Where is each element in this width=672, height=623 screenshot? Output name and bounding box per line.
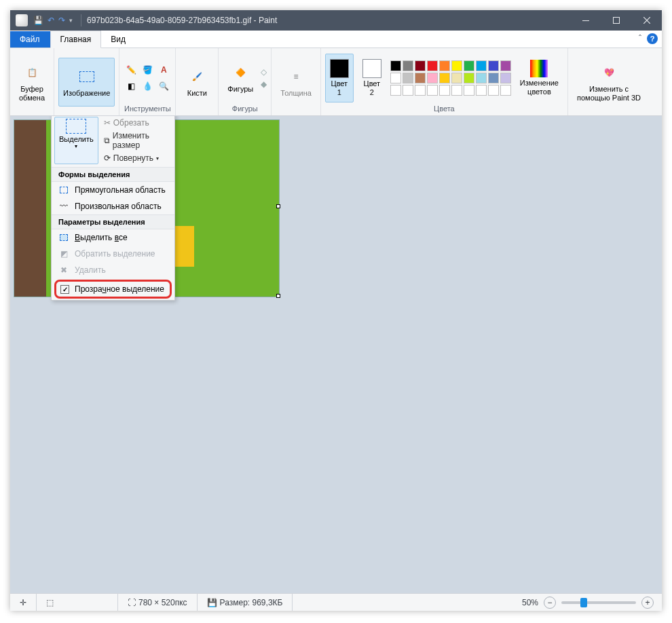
palette-swatch[interactable] [390,73,401,83]
palette-swatch[interactable] [451,60,462,71]
palette-swatch[interactable] [464,73,474,83]
item-select-all[interactable]: Выделить все [52,229,174,246]
rect-select-icon [58,185,69,195]
thickness-button[interactable]: ≡ Толщина [276,58,316,107]
resize-item[interactable]: ⧉Изменить размер [101,130,172,151]
palette-swatch[interactable] [464,60,474,71]
quick-access-toolbar: 💾 ↶ ↷ ▾ [33,16,73,25]
minimize-button[interactable] [570,10,601,31]
crosshair-icon: ✛ [20,598,26,607]
palette-swatch[interactable] [390,85,401,96]
palette-swatch[interactable] [488,85,499,96]
palette-swatch[interactable] [427,73,438,83]
resize-handle-e[interactable] [276,204,280,208]
palette-swatch[interactable] [476,73,487,83]
rotate-item[interactable]: ⟳Повернуть ▾ [101,152,172,164]
picker-icon[interactable]: 💧 [140,79,155,94]
item-free-select[interactable]: 〰 Произвольная область [52,198,174,214]
free-select-icon: 〰 [58,201,69,212]
crop-item[interactable]: ✂Обрезать [101,117,172,129]
outline-icon[interactable]: ◇ [261,67,267,77]
paint3d-icon: 💖 [598,62,620,83]
ribbon: 📋 Буфер обмена Изображение ✏️ 🪣 A [10,48,662,116]
clipboard-button[interactable]: 📋 Буфер обмена [14,58,50,107]
maximize-button[interactable] [601,10,631,31]
group-paint3d: 💖 Изменить с помощью Paint 3D [568,48,650,115]
select-dropdown: Выделить ▾ ✂Обрезать ⧉Изменить размер ⟳П… [51,116,175,301]
palette-swatch[interactable] [439,73,450,83]
item-transparent-select[interactable]: ✓ Прозрачное выделение [54,280,172,299]
edit-colors-button[interactable]: Изменение цветов [515,54,563,102]
close-button[interactable] [631,10,662,31]
palette-swatch[interactable] [427,60,438,71]
color2-button[interactable]: Цвет 2 [358,54,386,102]
shapes-gallery[interactable]: 🔶 Фигуры [223,54,258,102]
brush-icon: 🖌️ [186,66,208,88]
palette-swatch[interactable] [488,73,499,83]
zoom-controls: 50% − + [514,597,662,609]
group-brushes: 🖌️ Кисти [176,48,219,115]
paint3d-button[interactable]: 💖 Изменить с помощью Paint 3D [572,58,646,107]
palette-swatch[interactable] [415,85,426,96]
collapse-ribbon-icon[interactable]: ˆ [639,34,641,43]
tools-grid: ✏️ 🪣 A ◧ 💧 🔍 [124,62,171,94]
item-rect-select[interactable]: Прямоугольная область [52,182,174,198]
fill-icon[interactable]: 🪣 [140,62,155,77]
undo-icon[interactable]: ↶ [48,16,54,25]
invert-icon: ◩ [58,248,69,259]
color-palette [390,60,511,96]
palette-swatch[interactable] [403,60,413,71]
resize-handle-se[interactable] [276,294,280,298]
palette-swatch[interactable] [476,60,487,71]
palette-swatch[interactable] [464,85,474,96]
palette-swatch[interactable] [476,85,487,96]
palette-swatch[interactable] [451,73,462,83]
save-icon[interactable]: 💾 [33,16,43,25]
zoom-thumb[interactable] [580,598,587,607]
resize-icon: ⧉ [104,136,110,145]
tab-home[interactable]: Главная [50,31,102,48]
eraser-icon[interactable]: ◧ [124,79,138,94]
palette-swatch[interactable] [500,73,511,83]
palette-swatch[interactable] [451,85,462,96]
palette-swatch[interactable] [439,60,450,71]
selection-icon: ⬚ [46,598,54,607]
fill-shape-icon[interactable]: ◆ [261,79,267,89]
palette-swatch[interactable] [500,85,511,96]
palette-swatch[interactable] [415,73,426,83]
pencil-icon[interactable]: ✏️ [124,62,138,77]
tab-file[interactable]: Файл [10,31,50,48]
palette-swatch[interactable] [403,85,413,96]
zoom-in-button[interactable]: + [641,597,654,609]
brushes-button[interactable]: 🖌️ Кисти [180,58,214,107]
palette-swatch[interactable] [500,60,511,71]
color1-button[interactable]: Цвет 1 [325,54,354,102]
crop-icon: ✂ [104,118,111,128]
image-select-button[interactable]: Изображение [58,58,115,107]
magnifier-icon[interactable]: 🔍 [156,79,171,94]
thickness-icon: ≡ [285,66,307,88]
tab-view[interactable]: Вид [101,31,136,48]
palette-swatch[interactable] [415,60,426,71]
palette-swatch[interactable] [439,85,450,96]
select-main-button[interactable]: Выделить ▾ [54,117,98,164]
palette-swatch[interactable] [403,73,413,83]
app-icon [16,14,28,26]
qat-dropdown-icon[interactable]: ▾ [69,17,73,24]
help-icon[interactable]: ? [647,33,658,44]
zoom-out-button[interactable]: − [544,597,556,609]
file-size: 💾Размер: 969,3КБ [198,594,293,611]
group-thickness: ≡ Толщина [272,48,321,115]
select-all-icon [58,232,69,243]
palette-swatch[interactable] [390,60,401,71]
redo-icon[interactable]: ↷ [58,16,65,25]
group-shapes: 🔶 Фигуры ◇ ◆ Фигуры [219,48,272,115]
palette-swatch[interactable] [488,60,499,71]
zoom-slider[interactable] [561,601,636,604]
disk-icon: 💾 [207,598,217,607]
color1-swatch [330,59,349,78]
color2-swatch [362,59,381,78]
palette-swatch[interactable] [427,85,438,96]
text-icon[interactable]: A [156,62,171,77]
canvas-area[interactable]: Выделить ▾ ✂Обрезать ⧉Изменить размер ⟳П… [10,116,662,593]
